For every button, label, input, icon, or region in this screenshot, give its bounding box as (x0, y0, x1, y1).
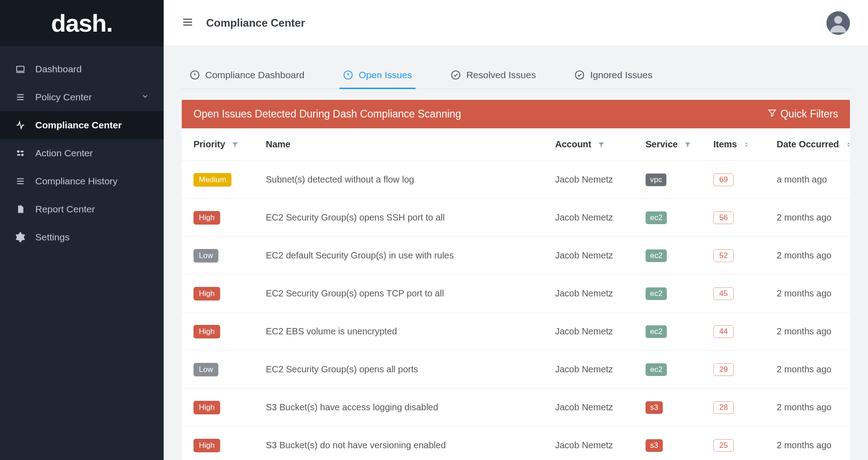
service-badge: vpc (646, 174, 666, 186)
date-occurred: 2 months ago (777, 402, 863, 413)
table-row[interactable]: High S3 Bucket(s) have access logging di… (182, 389, 850, 427)
funnel-icon (768, 108, 777, 120)
svg-rect-4 (17, 154, 20, 156)
sidebar-item-dashboard[interactable]: Dashboard (0, 55, 164, 83)
issue-name: EC2 Security Group(s) opens TCP port to … (266, 288, 555, 299)
user-avatar[interactable] (826, 11, 850, 35)
account-name: Jacob Nemetz (555, 212, 646, 223)
date-occurred: 2 months ago (777, 212, 863, 223)
sort-icon[interactable] (743, 141, 750, 148)
list-icon (14, 91, 26, 103)
priority-badge: High (193, 401, 220, 414)
priority-badge: High (193, 211, 220, 225)
date-occurred: 2 months ago (777, 364, 863, 375)
service-badge: s3 (646, 439, 663, 452)
filter-icon[interactable] (231, 141, 239, 148)
table-row[interactable]: High EC2 Security Group(s) opens SSH por… (182, 199, 850, 237)
sidebar-item-compliance-history[interactable]: Compliance History (0, 167, 164, 195)
col-label: Account (555, 139, 591, 150)
items-count: 28 (713, 401, 734, 414)
account-name: Jacob Nemetz (555, 288, 646, 299)
sidebar-item-label: Policy Center (35, 92, 92, 103)
col-label: Name (266, 139, 290, 150)
filter-icon[interactable] (684, 141, 691, 148)
tab-label: Ignored Issues (590, 70, 652, 80)
svg-rect-2 (20, 151, 24, 153)
items-count: 45 (713, 287, 734, 300)
col-label: Date Occurred (777, 139, 839, 150)
service-badge: ec2 (646, 211, 667, 224)
chevron-down-icon (141, 92, 149, 103)
sidebar-item-label: Dashboard (35, 64, 82, 75)
check-icon (575, 70, 585, 80)
logo-area: dash (0, 0, 164, 46)
table-row[interactable]: Low EC2 Security Group(s) opens all port… (182, 351, 850, 389)
page-title: Compliance Center (206, 17, 305, 29)
quick-filters-button[interactable]: Quick Filters (768, 108, 838, 120)
sidebar-item-action-center[interactable]: Action Center (0, 139, 164, 167)
tab-resolved-issues[interactable]: Resolved Issues (447, 62, 539, 89)
sidebar-item-label: Action Center (35, 148, 93, 159)
issue-name: Subnet(s) detected without a flow log (266, 174, 555, 185)
tab-label: Open Issues (359, 70, 412, 80)
issue-name: EC2 default Security Group(s) in use wit… (266, 250, 555, 261)
account-name: Jacob Nemetz (555, 250, 646, 261)
col-account[interactable]: Account (555, 139, 646, 150)
sort-icon[interactable] (845, 141, 852, 148)
tab-label: Resolved Issues (466, 70, 536, 80)
document-icon (14, 203, 26, 215)
account-name: Jacob Nemetz (555, 326, 646, 337)
date-occurred: 2 months ago (777, 288, 863, 299)
service-badge: s3 (646, 401, 663, 414)
table-row[interactable]: Medium Subnet(s) detected without a flow… (182, 161, 850, 199)
priority-badge: High (193, 287, 220, 300)
issue-name: S3 Bucket(s) do not have versioning enab… (266, 440, 555, 451)
menu-toggle-icon[interactable] (182, 16, 193, 30)
nav: Dashboard Policy Center Compliance Cente… (0, 46, 164, 251)
col-label: Priority (193, 139, 225, 150)
table-row[interactable]: High EC2 Security Group(s) opens TCP por… (182, 275, 850, 313)
date-occurred: 2 months ago (777, 326, 863, 337)
tab-compliance-dashboard[interactable]: Compliance Dashboard (186, 62, 308, 89)
col-name[interactable]: Name (266, 139, 555, 150)
col-priority[interactable]: Priority (193, 139, 266, 150)
tab-ignored-issues[interactable]: Ignored Issues (571, 62, 656, 89)
sidebar-item-settings[interactable]: Settings (0, 223, 164, 251)
service-badge: ec2 (646, 363, 667, 376)
col-service[interactable]: Service (646, 139, 713, 150)
pulse-icon (14, 119, 26, 131)
date-occurred: 2 months ago (777, 440, 863, 451)
quick-filters-label: Quick Filters (780, 108, 838, 120)
service-badge: ec2 (646, 325, 667, 338)
priority-badge: High (193, 439, 220, 452)
filter-icon[interactable] (598, 141, 605, 148)
issues-banner: Open Issues Detected During Dash Complia… (182, 100, 850, 128)
svg-point-8 (452, 71, 460, 79)
service-badge: ec2 (646, 249, 667, 262)
sidebar-item-label: Compliance History (35, 176, 118, 187)
sidebar-item-label: Settings (35, 232, 70, 243)
items-count: 69 (713, 174, 734, 186)
sidebar-item-compliance-center[interactable]: Compliance Center (0, 111, 164, 139)
col-date[interactable]: Date Occurred (777, 139, 863, 150)
items-count: 25 (713, 439, 734, 452)
items-count: 44 (713, 325, 734, 338)
table-row[interactable]: High EC2 EBS volume is unencrypted Jacob… (182, 313, 850, 351)
banner-title: Open Issues Detected During Dash Complia… (193, 108, 461, 120)
svg-point-1 (17, 150, 20, 153)
alert-icon (343, 70, 353, 80)
items-count: 52 (713, 249, 734, 262)
priority-badge: Low (193, 363, 218, 376)
issue-name: EC2 EBS volume is unencrypted (266, 326, 555, 337)
table-row[interactable]: High S3 Bucket(s) do not have versioning… (182, 427, 850, 460)
sidebar-item-policy-center[interactable]: Policy Center (0, 83, 164, 111)
issue-name: EC2 Security Group(s) opens all ports (266, 364, 555, 375)
account-name: Jacob Nemetz (555, 402, 646, 413)
sidebar: dash Dashboard Policy Center (0, 0, 164, 460)
tabs: Compliance Dashboard Open Issues Resolve… (182, 62, 850, 89)
col-items[interactable]: Items (713, 139, 777, 150)
date-occurred: 2 months ago (777, 250, 863, 261)
tab-open-issues[interactable]: Open Issues (340, 62, 415, 89)
table-row[interactable]: Low EC2 default Security Group(s) in use… (182, 237, 850, 275)
sidebar-item-report-center[interactable]: Report Center (0, 195, 164, 223)
